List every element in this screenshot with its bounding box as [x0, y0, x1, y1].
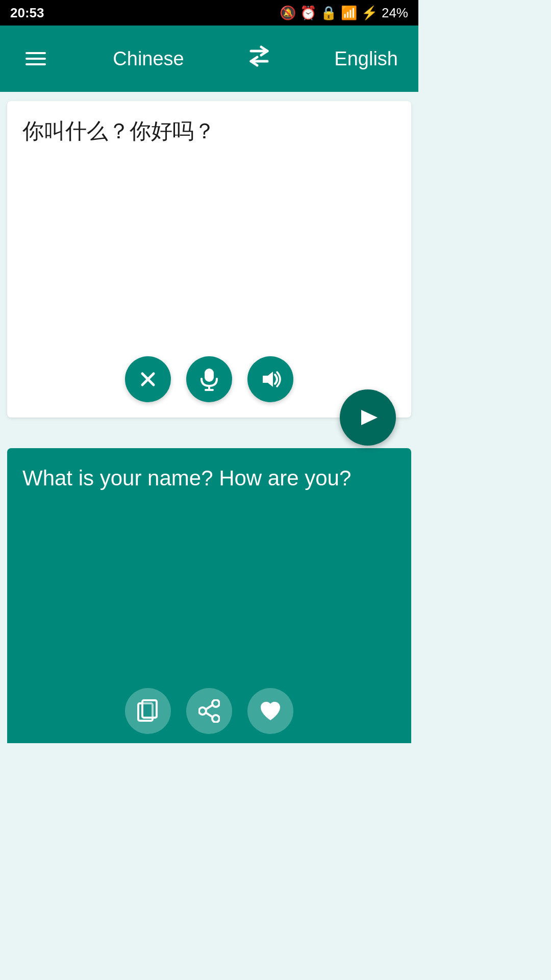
translate-button[interactable]	[340, 389, 396, 446]
svg-rect-2	[205, 369, 214, 382]
svg-rect-8	[142, 700, 157, 718]
input-text[interactable]: 你叫什么？你好吗？	[22, 116, 396, 146]
output-panel: What is your name? How are you?	[7, 448, 411, 743]
sim-icon: 🔒	[320, 5, 337, 21]
favorite-button[interactable]	[247, 688, 293, 734]
svg-line-13	[206, 713, 213, 717]
svg-point-11	[212, 715, 219, 722]
svg-point-10	[199, 707, 206, 715]
input-controls	[125, 356, 293, 402]
copy-button[interactable]	[125, 688, 171, 734]
status-icons: 🔕 ⏰ 🔒 📶 ⚡ 24%	[280, 5, 408, 21]
menu-button[interactable]	[20, 47, 51, 70]
panels-wrapper: 你叫什么？你好吗？	[0, 101, 418, 743]
charge-icon: ⚡	[361, 5, 378, 21]
signal-icon: 📶	[341, 5, 357, 21]
output-text: What is your name? How are you?	[22, 463, 396, 494]
status-bar: 20:53 🔕 ⏰ 🔒 📶 ⚡ 24%	[0, 0, 418, 26]
menu-line-1	[26, 52, 46, 54]
svg-marker-5	[263, 372, 273, 387]
share-button[interactable]	[186, 688, 232, 734]
clear-button[interactable]	[125, 356, 171, 402]
battery-level: 24%	[382, 5, 408, 21]
microphone-button[interactable]	[186, 356, 232, 402]
swap-languages-button[interactable]	[246, 43, 272, 75]
menu-line-3	[26, 63, 46, 65]
input-panel: 你叫什么？你好吗？	[7, 101, 411, 418]
svg-marker-6	[361, 410, 378, 425]
target-language[interactable]: English	[334, 48, 398, 70]
svg-line-12	[206, 705, 213, 709]
notification-icon: 🔕	[280, 5, 296, 21]
svg-point-9	[212, 700, 219, 707]
speaker-button[interactable]	[247, 356, 293, 402]
app-header: Chinese English	[0, 26, 418, 92]
status-time: 20:53	[10, 5, 44, 21]
alarm-icon: ⏰	[300, 5, 316, 21]
source-language[interactable]: Chinese	[113, 48, 184, 70]
output-controls	[125, 688, 293, 734]
menu-line-2	[26, 58, 46, 60]
